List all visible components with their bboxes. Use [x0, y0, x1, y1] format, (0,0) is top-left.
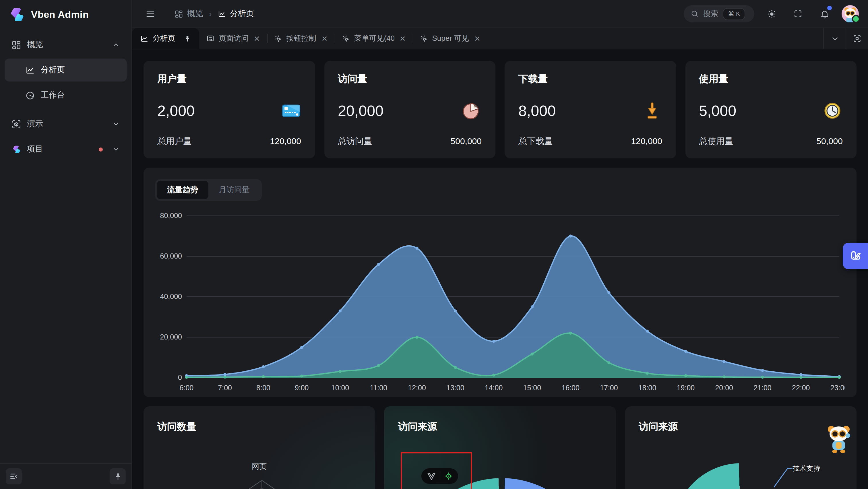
trend-card: 流量趋势 月访问量 020,00040,00060,00080,0006:007…	[144, 168, 857, 397]
vue-devtools-toolbar	[422, 468, 458, 484]
vue-logo-icon[interactable]	[427, 472, 436, 480]
search-input[interactable]: 搜索 ⌘ K	[684, 5, 754, 22]
segment-monthly-visits[interactable]: 月访问量	[208, 181, 260, 199]
app-title: Vben Admin	[31, 9, 89, 21]
breadcrumb-item-overview[interactable]: 概览	[175, 9, 203, 19]
stat-footer-value: 50,000	[816, 136, 843, 147]
stat-footer-value: 120,000	[631, 136, 662, 147]
sidebar-item-workbench[interactable]: 工作台	[5, 84, 127, 107]
stat-card-usage: 使用量 5,000 总使用量 50,000	[685, 61, 857, 158]
online-status-dot	[852, 15, 860, 23]
theme-toggle-button[interactable]	[763, 5, 781, 23]
svg-text:11:00: 11:00	[370, 384, 387, 392]
maximize-icon	[852, 34, 862, 43]
stat-title: 访问量	[338, 72, 482, 86]
visit-source-card: 访问来源 技术支持	[625, 406, 857, 489]
svg-text:%: %	[474, 104, 477, 109]
visit-source-card-devtools: 访问来源	[384, 406, 616, 489]
stat-footer-label: 总下载量	[518, 136, 553, 147]
tab-button-control[interactable]: 按钮控制 ✕	[267, 28, 335, 49]
stat-footer-label: 总用户量	[157, 136, 192, 147]
breadcrumb-item-analytics[interactable]: 分析页	[217, 9, 254, 19]
close-tab-icon[interactable]: ✕	[321, 34, 328, 43]
pin-icon[interactable]	[184, 35, 191, 42]
stat-card-users: 用户量 2,000 总用户量 120,000	[144, 61, 315, 158]
svg-text:6:00: 6:00	[180, 384, 194, 392]
tab-label: 分析页	[153, 33, 175, 44]
svg-text:21:00: 21:00	[753, 384, 771, 392]
fullscreen-icon	[794, 9, 803, 19]
breadcrumb-label: 概览	[187, 9, 203, 19]
close-tab-icon[interactable]: ✕	[474, 34, 480, 43]
collapse-sidebar-button[interactable]	[6, 468, 22, 484]
tab-menu-visible-403[interactable]: 菜单可见(403) ✕	[335, 28, 413, 49]
mascot-image	[826, 425, 851, 453]
chevron-down-icon	[830, 34, 839, 43]
sidebar-item-label: 概览	[27, 40, 106, 50]
badge-dot	[99, 147, 103, 151]
tabs-dropdown-button[interactable]	[823, 28, 846, 49]
notification-dot	[827, 6, 832, 10]
close-tab-icon[interactable]: ✕	[254, 34, 260, 43]
page-content: 用户量 2,000 总用户量 120,000	[132, 50, 868, 489]
sidebar-item-analytics[interactable]: 分析页	[5, 59, 127, 82]
clock-icon	[822, 100, 843, 121]
tab-label: 页面访问	[219, 33, 249, 44]
dashboard-grid-icon	[175, 9, 183, 18]
svg-text:8:00: 8:00	[256, 384, 270, 392]
swatches-icon	[849, 250, 862, 262]
svg-text:22:00: 22:00	[792, 384, 810, 392]
inspect-crosshair-icon[interactable]	[444, 472, 453, 480]
vben-logo-icon	[11, 144, 21, 154]
svg-text:9:00: 9:00	[295, 384, 309, 392]
svg-text:13:00: 13:00	[446, 384, 464, 392]
sidebar-item-demos[interactable]: 演示	[5, 112, 127, 135]
dashboard-grid-icon	[11, 40, 21, 50]
sidebar-menu: 概览 分析页 工作台 演示	[0, 30, 131, 463]
tab-analytics[interactable]: 分析页	[132, 28, 199, 49]
stat-cards-row: 用户量 2,000 总用户量 120,000	[144, 61, 857, 158]
app-logo[interactable]: Vben Admin	[0, 0, 131, 30]
sidebar-item-overview[interactable]: 概览	[5, 33, 127, 56]
tab-super-visible[interactable]: Super 可见 ✕	[412, 28, 487, 49]
stat-card-downloads: 下载量 8,000 总下载量 120,000	[505, 61, 676, 158]
pin-icon	[113, 472, 122, 481]
area-chart-icon	[140, 34, 149, 43]
svg-text:7:00: 7:00	[218, 384, 232, 392]
header: 概览 › 分析页 搜索 ⌘ K	[132, 0, 868, 28]
tab-page-access[interactable]: 页面访问 ✕	[199, 28, 267, 49]
stat-title: 使用量	[699, 72, 843, 86]
avatar[interactable]	[842, 5, 859, 22]
svg-text:80,000: 80,000	[160, 211, 182, 220]
stat-footer-label: 总使用量	[699, 136, 733, 147]
svg-text:16:00: 16:00	[561, 384, 579, 392]
traffic-trend-area-chart: 020,00040,00060,00080,0006:007:008:009:0…	[155, 208, 845, 397]
preferences-button[interactable]	[843, 243, 868, 269]
stat-title: 用户量	[157, 72, 301, 86]
sidebar-item-project[interactable]: 项目	[5, 138, 127, 161]
maximize-content-button[interactable]	[846, 28, 868, 49]
sidebar-item-label: 工作台	[41, 90, 120, 100]
tab-label: Super 可见	[432, 33, 469, 44]
breadcrumb-separator: ›	[209, 9, 212, 19]
fullscreen-button[interactable]	[789, 5, 807, 23]
trend-segmented-control: 流量趋势 月访问量	[155, 179, 262, 201]
hamburger-menu-button[interactable]	[141, 5, 160, 23]
sidebar-item-label: 分析页	[41, 65, 120, 75]
notifications-button[interactable]	[815, 5, 834, 23]
main-area: 概览 › 分析页 搜索 ⌘ K	[132, 0, 868, 489]
stat-footer-label: 总访问量	[338, 136, 372, 147]
hamburger-icon	[145, 9, 156, 19]
breadcrumb: 概览 › 分析页	[175, 9, 254, 19]
tab-label: 按钮控制	[286, 33, 316, 44]
svg-text:20,000: 20,000	[160, 333, 182, 341]
pin-sidebar-button[interactable]	[110, 468, 126, 484]
segment-traffic-trend[interactable]: 流量趋势	[157, 181, 208, 199]
close-tab-icon[interactable]: ✕	[400, 34, 406, 43]
pie-percent-icon: %	[461, 100, 482, 121]
bottom-cards-row: 访问数量 网页 访问来源	[144, 406, 857, 489]
sidebar-item-label: 演示	[27, 119, 106, 129]
cursor-click-icon	[274, 34, 282, 43]
search-shortcut-badge: ⌘ K	[723, 8, 745, 20]
stat-value: 8,000	[518, 102, 556, 120]
